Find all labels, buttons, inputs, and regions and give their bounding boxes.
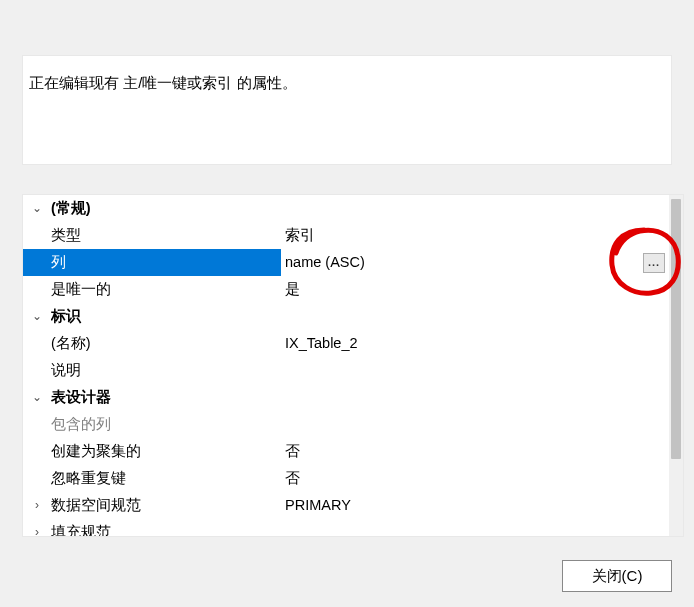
prop-type-value: 索引 bbox=[281, 222, 669, 249]
chevron-down-icon[interactable]: ⌄ bbox=[23, 384, 51, 411]
dialog-root: 正在编辑现有 主/唯一键或索引 的属性。 ⌄ (常规) 类型 索引 列 name… bbox=[0, 0, 694, 607]
prop-is-unique[interactable]: 是唯一的 是 bbox=[23, 276, 669, 303]
prop-included-columns[interactable]: 包含的列 bbox=[23, 411, 669, 438]
prop-clustered-label: 创建为聚集的 bbox=[51, 438, 281, 465]
description-text: 正在编辑现有 主/唯一键或索引 的属性。 bbox=[29, 74, 297, 91]
chevron-right-icon[interactable]: › bbox=[23, 492, 51, 519]
prop-data-space-value: PRIMARY bbox=[281, 492, 669, 519]
chevron-right-icon[interactable]: › bbox=[23, 519, 51, 536]
prop-type-label: 类型 bbox=[51, 222, 281, 249]
category-general-label: (常规) bbox=[51, 195, 281, 222]
prop-data-space-label: 数据空间规范 bbox=[51, 492, 281, 519]
vertical-scrollbar[interactable] bbox=[669, 195, 683, 536]
property-grid: ⌄ (常规) 类型 索引 列 name (ASC) ... 是唯一的 bbox=[22, 194, 684, 537]
prop-fill-spec-label: 填充规范 bbox=[51, 519, 281, 536]
category-designer[interactable]: ⌄ 表设计器 bbox=[23, 384, 669, 411]
prop-clustered-value: 否 bbox=[281, 438, 669, 465]
category-identity-label: 标识 bbox=[51, 303, 281, 330]
prop-is-unique-label: 是唯一的 bbox=[51, 276, 281, 303]
prop-ignore-dup[interactable]: 忽略重复键 否 bbox=[23, 465, 669, 492]
prop-name[interactable]: (名称) IX_Table_2 bbox=[23, 330, 669, 357]
prop-clustered[interactable]: 创建为聚集的 否 bbox=[23, 438, 669, 465]
prop-columns-value[interactable]: name (ASC) ... bbox=[281, 249, 669, 276]
category-identity[interactable]: ⌄ 标识 bbox=[23, 303, 669, 330]
category-designer-label: 表设计器 bbox=[51, 384, 281, 411]
description-panel: 正在编辑现有 主/唯一键或索引 的属性。 bbox=[22, 55, 672, 165]
prop-columns-value-text: name (ASC) bbox=[285, 254, 365, 270]
chevron-down-icon[interactable]: ⌄ bbox=[23, 195, 51, 222]
prop-included-label: 包含的列 bbox=[51, 411, 281, 438]
scrollbar-thumb[interactable] bbox=[671, 199, 681, 459]
prop-name-label: (名称) bbox=[51, 330, 281, 357]
category-general[interactable]: ⌄ (常规) bbox=[23, 195, 669, 222]
prop-name-value: IX_Table_2 bbox=[281, 330, 669, 357]
prop-is-unique-value: 是 bbox=[281, 276, 669, 303]
close-button[interactable]: 关闭(C) bbox=[562, 560, 672, 592]
prop-ignore-dup-value: 否 bbox=[281, 465, 669, 492]
chevron-down-icon[interactable]: ⌄ bbox=[23, 303, 51, 330]
prop-desc[interactable]: 说明 bbox=[23, 357, 669, 384]
columns-ellipsis-button[interactable]: ... bbox=[643, 253, 665, 273]
prop-desc-label: 说明 bbox=[51, 357, 281, 384]
dialog-button-row: 关闭(C) bbox=[562, 560, 672, 592]
prop-columns[interactable]: 列 name (ASC) ... bbox=[23, 249, 669, 276]
prop-fill-spec[interactable]: › 填充规范 bbox=[23, 519, 669, 536]
prop-type[interactable]: 类型 索引 bbox=[23, 222, 669, 249]
property-grid-body: ⌄ (常规) 类型 索引 列 name (ASC) ... 是唯一的 bbox=[23, 195, 669, 536]
prop-ignore-dup-label: 忽略重复键 bbox=[51, 465, 281, 492]
prop-data-space[interactable]: › 数据空间规范 PRIMARY bbox=[23, 492, 669, 519]
prop-columns-label: 列 bbox=[51, 249, 281, 276]
